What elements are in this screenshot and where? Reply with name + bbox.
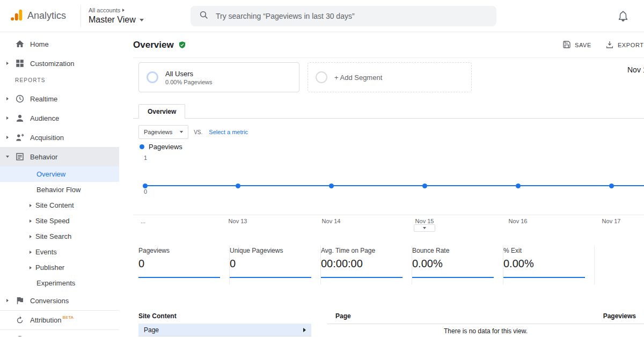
search-placeholder: Try searching “Pageviews in last 30 days… (216, 12, 355, 20)
save-button[interactable]: SAVE (562, 40, 591, 50)
chart-data-point[interactable] (422, 184, 427, 188)
scorecard-pageviews[interactable]: Pageviews 0 (138, 246, 230, 284)
sidebar-item-home[interactable]: Home (0, 34, 119, 54)
scorecard-avg-time[interactable]: Avg. Time on Page 00:00:00 (321, 246, 412, 284)
site-content-title: Site Content (138, 312, 311, 320)
page-data-table: Page Pageviews There is no data for this… (327, 312, 644, 337)
sidebar-item-behavior[interactable]: Behavior (0, 147, 119, 166)
tab-overview[interactable]: Overview (138, 104, 185, 119)
chart-data-point[interactable] (516, 184, 521, 188)
sidebar-item-audience[interactable]: Audience (0, 108, 119, 128)
behavior-icon (15, 152, 30, 162)
acquisition-icon (15, 133, 30, 142)
save-label: SAVE (575, 42, 591, 48)
sidebar-item-acquisition[interactable]: Acquisition (0, 128, 119, 147)
breadcrumb[interactable]: All accounts (89, 7, 144, 13)
sidebar-item-site-search[interactable]: Site Search (0, 229, 119, 244)
view-selector[interactable]: Master View (89, 15, 144, 25)
sidebar-item-site-speed[interactable]: Site Speed (0, 213, 119, 229)
scorecard-sparkline (321, 277, 402, 278)
save-icon (562, 40, 571, 50)
sidebar-item-attribution[interactable]: Attribution BETA (0, 310, 119, 329)
account-picker[interactable]: All accounts Master View (89, 7, 144, 25)
add-segment-button[interactable]: + Add Segment (308, 62, 472, 92)
chevron-right-icon (30, 251, 32, 254)
sidebar-item-experiments[interactable]: Experiments (0, 275, 119, 291)
chevron-down-icon (140, 19, 144, 21)
sidebar-item-publisher[interactable]: Publisher (0, 260, 119, 275)
sidebar-item-realtime[interactable]: Realtime (0, 89, 119, 108)
sidebar-item-conversions[interactable]: Conversions (0, 291, 119, 310)
scorecard-unique-pageviews[interactable]: Unique Pageviews 0 (230, 246, 321, 284)
column-header-pageviews[interactable]: Pageviews (603, 312, 636, 320)
sidebar-item-label: Site Content (35, 201, 74, 209)
segments-row: All Users 0.00% Pageviews + Add Segment … (133, 58, 644, 97)
chevron-right-icon (30, 204, 32, 207)
sidebar-item-events[interactable]: Events (0, 244, 119, 260)
scorecard-percent-exit[interactable]: % Exit 0.00% (503, 246, 595, 284)
chart-data-point[interactable] (329, 184, 334, 188)
sidebar-item-label: Site Speed (35, 217, 70, 225)
tab-bar: Overview (133, 104, 644, 119)
sidebar-item-behavior-flow[interactable]: Behavior Flow (0, 182, 119, 197)
column-header-page[interactable]: Page (335, 312, 351, 320)
segment-all-users[interactable]: All Users 0.00% Pageviews (138, 62, 299, 92)
view-name: Master View (89, 15, 136, 25)
chevron-right-icon (30, 235, 32, 238)
sidebar-item-label: Behavior (30, 153, 57, 161)
analytics-logo[interactable]: Analytics (0, 8, 80, 24)
chart-legend: Pageviews (140, 143, 644, 150)
sidebar-item-site-content[interactable]: Site Content (0, 197, 119, 213)
scorecard-sparkline (138, 277, 220, 278)
site-content-page-item[interactable]: Page (138, 324, 311, 336)
main-content: Overview SAVE (119, 32, 644, 336)
flag-icon (15, 296, 30, 305)
segment-title: All Users (165, 70, 212, 78)
select-metric-link[interactable]: Select a metric (209, 129, 248, 135)
verified-shield-icon (178, 41, 186, 49)
title-actions: SAVE EXPORT (562, 32, 644, 58)
segment-subtitle: 0.00% Pageviews (165, 79, 212, 85)
scorecard-sparkline (503, 277, 585, 278)
scorecard-label: Pageviews (138, 247, 229, 254)
site-content-item-label: Page (144, 326, 159, 334)
export-button[interactable]: EXPORT (605, 40, 644, 50)
chart-data-point[interactable] (143, 184, 148, 188)
breadcrumb-label: All accounts (89, 7, 120, 13)
sidebar-item-label: Audience (30, 114, 59, 122)
axis-expander-button[interactable] (414, 224, 435, 232)
date-range-picker[interactable]: Nov 12, 2 (627, 65, 644, 74)
metric-dropdown[interactable]: Pageviews (138, 125, 188, 139)
chevron-down-icon (6, 156, 9, 158)
pageviews-line-chart[interactable]: 1 0 ... Nov 13 Nov 14 Nov 15 Nov 16 Nov … (133, 155, 644, 235)
sidebar-item-label: Experiments (36, 279, 75, 287)
search-input[interactable]: Try searching “Pageviews in last 30 days… (191, 6, 496, 26)
chart-data-point[interactable] (609, 184, 614, 188)
sidebar-item-partial[interactable] (0, 329, 119, 336)
attribution-icon (15, 316, 30, 325)
scorecard-value: 0.00% (412, 258, 503, 270)
beta-badge: BETA (63, 315, 74, 320)
y-tick: 0 (144, 188, 147, 195)
partial-icon (15, 335, 30, 337)
sidebar-item-customization[interactable]: Customization (0, 54, 119, 73)
scorecard-value: 00:00:00 (321, 258, 412, 270)
chevron-right-icon (6, 116, 9, 120)
topbar-divider (80, 5, 81, 27)
clock-icon (15, 94, 30, 104)
analytics-logo-icon (10, 8, 24, 24)
scorecard-label: Unique Pageviews (230, 247, 320, 254)
sidebar-item-behavior-overview[interactable]: Overview (0, 166, 119, 182)
sidebar-item-label: Attribution (30, 316, 62, 324)
x-tick: ... (141, 218, 145, 224)
notifications-bell-icon[interactable] (617, 10, 629, 23)
x-tick: Nov 15 (415, 218, 434, 224)
sidebar-item-label: Events (35, 248, 57, 256)
chart-series-line (145, 185, 644, 186)
bottom-section: Site Content Page Page Pageviews There i… (138, 312, 644, 337)
y-tick: 1 (144, 155, 147, 161)
chart-data-point[interactable] (236, 184, 240, 188)
chevron-right-icon (6, 136, 9, 139)
sidebar-item-label: Overview (36, 170, 65, 178)
scorecard-bounce-rate[interactable]: Bounce Rate 0.00% (412, 246, 503, 284)
